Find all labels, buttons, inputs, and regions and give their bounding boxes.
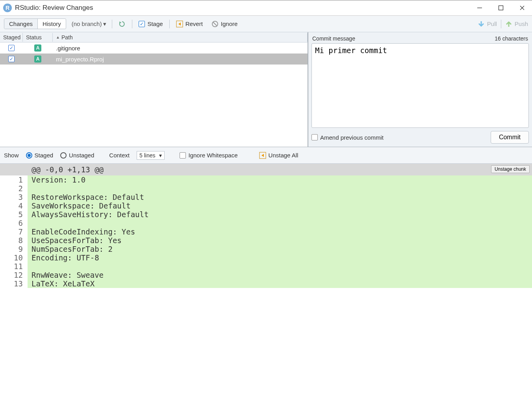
line-number: 11: [0, 262, 28, 271]
status-badge: A: [34, 55, 41, 63]
diff-content: 1Version: 1.023RestoreWorkspace: Default…: [0, 175, 532, 288]
diff-line[interactable]: 5AlwaysSaveHistory: Default: [0, 210, 532, 219]
unstage-all-button[interactable]: Unstage All: [257, 151, 301, 160]
file-list-header: Staged Status ▲ Path: [0, 32, 308, 42]
separator: [501, 20, 501, 28]
radio-checked-icon: [26, 152, 32, 159]
line-number: 7: [0, 227, 28, 236]
file-path: mi_proyecto.Rproj: [53, 56, 308, 63]
line-text: AlwaysSaveHistory: Default: [28, 210, 532, 219]
amend-checkbox[interactable]: Amend previous commit: [311, 134, 384, 141]
push-icon: [505, 20, 512, 28]
line-text: NumSpacesForTab: 2: [28, 245, 532, 253]
line-text: UseSpacesForTab: Yes: [28, 236, 532, 245]
radio-unstaged[interactable]: Unstaged: [60, 152, 94, 159]
hunk-header: @@ -0,0 +1,13 @@ Unstage chunk: [0, 164, 532, 175]
pull-icon: [478, 20, 485, 28]
ignore-button[interactable]: Ignore: [209, 20, 240, 28]
file-rows: ✓A.gitignore✓Ami_proyecto.Rproj: [0, 42, 308, 147]
line-text: [28, 262, 532, 271]
diff-line[interactable]: 6: [0, 219, 532, 227]
push-button[interactable]: Push: [505, 20, 528, 28]
close-button[interactable]: [519, 4, 526, 11]
status-badge: A: [34, 44, 41, 52]
unstage-chunk-button[interactable]: Unstage chunk: [491, 165, 530, 173]
line-number: 12: [0, 271, 28, 279]
diff-line[interactable]: 11: [0, 262, 532, 271]
line-number: 1: [0, 175, 28, 184]
revert-button[interactable]: Revert: [174, 20, 205, 28]
line-text: RestoreWorkspace: Default: [28, 193, 532, 201]
line-number: 3: [0, 193, 28, 201]
diff-line[interactable]: 7EnableCodeIndexing: Yes: [0, 227, 532, 236]
ignore-icon: [211, 20, 219, 28]
line-text: SaveWorkspace: Default: [28, 201, 532, 210]
tab-history[interactable]: History: [37, 19, 66, 29]
refresh-button[interactable]: [116, 20, 128, 28]
context-select[interactable]: 5 lines ▾: [137, 151, 165, 160]
radio-staged-label: Staged: [35, 152, 54, 159]
ignore-whitespace-checkbox[interactable]: Ignore Whitespace: [180, 152, 237, 159]
stage-button[interactable]: ✓ Stage: [136, 20, 165, 28]
diff-line[interactable]: 12RnwWeave: Sweave: [0, 271, 532, 279]
diff-line[interactable]: 3RestoreWorkspace: Default: [0, 193, 532, 201]
tab-changes[interactable]: Changes: [4, 19, 37, 29]
chevron-down-icon: ▾: [103, 20, 106, 28]
line-text: EnableCodeIndexing: Yes: [28, 227, 532, 236]
diff-line[interactable]: 4SaveWorkspace: Default: [0, 201, 532, 210]
unstage-icon: [259, 152, 266, 159]
branch-label: (no branch): [72, 20, 102, 27]
column-staged[interactable]: Staged: [0, 33, 23, 42]
ignore-ws-label: Ignore Whitespace: [188, 152, 237, 159]
sort-ascending-icon: ▲: [56, 35, 60, 39]
diff-line[interactable]: 10Encoding: UTF-8: [0, 253, 532, 262]
commit-message-input[interactable]: [311, 43, 529, 128]
upper-panel: Staged Status ▲ Path ✓A.gitignore✓Ami_pr…: [0, 32, 532, 147]
radio-unstaged-label: Unstaged: [69, 152, 94, 159]
line-text: Version: 1.0: [28, 175, 532, 184]
file-row[interactable]: ✓Ami_proyecto.Rproj: [0, 54, 308, 65]
checkbox-unchecked-icon: [180, 152, 186, 159]
file-row[interactable]: ✓A.gitignore: [0, 42, 308, 54]
diff-line[interactable]: 2: [0, 184, 532, 193]
hunk-header-text: @@ -0,0 +1,13 @@: [32, 165, 104, 174]
minimize-button[interactable]: [476, 4, 483, 11]
line-text: Encoding: UTF-8: [28, 253, 532, 262]
branch-selector[interactable]: (no branch) ▾: [70, 20, 108, 28]
line-number: 10: [0, 253, 28, 262]
separator: [169, 20, 170, 28]
chevron-down-icon: ▾: [159, 152, 162, 159]
unstage-all-label: Unstage All: [269, 152, 298, 159]
line-number: 5: [0, 210, 28, 219]
commit-button[interactable]: Commit: [491, 131, 529, 144]
radio-unchecked-icon: [60, 152, 67, 159]
diff-line[interactable]: 1Version: 1.0: [0, 175, 532, 184]
view-tabs: Changes History: [4, 18, 66, 29]
line-number: 6: [0, 219, 28, 227]
staged-checkbox[interactable]: ✓: [8, 56, 15, 62]
stage-label: Stage: [147, 20, 163, 27]
context-label: Context: [109, 152, 130, 159]
staged-checkbox[interactable]: ✓: [8, 45, 15, 51]
char-count: 16 characters: [495, 35, 528, 42]
diff-line[interactable]: 13LaTeX: XeLaTeX: [0, 279, 532, 288]
diff-line[interactable]: 8UseSpacesForTab: Yes: [0, 236, 532, 245]
ignore-label: Ignore: [221, 20, 238, 27]
diff-line[interactable]: 9NumSpacesForTab: 2: [0, 245, 532, 253]
push-label: Push: [515, 20, 528, 27]
radio-staged[interactable]: Staged: [26, 152, 54, 159]
commit-panel: Commit message 16 characters Amend previ…: [308, 32, 532, 147]
titlebar: R RStudio: Review Changes: [0, 0, 532, 16]
amend-label: Amend previous commit: [320, 134, 384, 141]
column-status[interactable]: Status: [23, 33, 53, 42]
column-path[interactable]: ▲ Path: [53, 33, 308, 42]
separator: [112, 20, 112, 28]
refresh-icon: [119, 20, 126, 28]
maximize-button[interactable]: [497, 4, 504, 11]
revert-icon: [176, 20, 183, 28]
rstudio-logo-icon: R: [3, 4, 12, 12]
line-text: LaTeX: XeLaTeX: [28, 279, 532, 288]
line-text: RnwWeave: Sweave: [28, 271, 532, 279]
file-path: .gitignore: [53, 45, 308, 52]
pull-button[interactable]: Pull: [478, 20, 497, 28]
